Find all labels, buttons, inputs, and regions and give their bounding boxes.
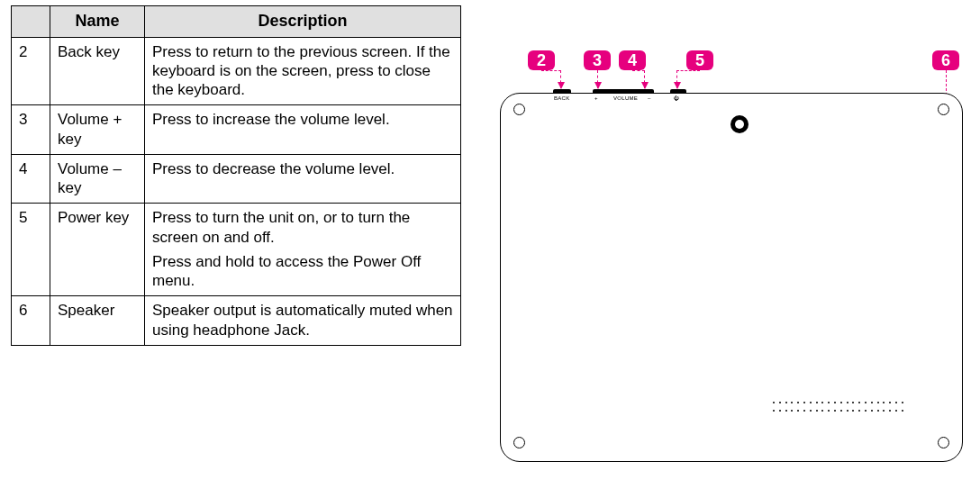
table-row: 6 Speaker Speaker output is automaticall… — [12, 296, 461, 346]
header-description: Description — [145, 6, 461, 38]
screw-hole-icon — [513, 104, 525, 115]
row-number: 2 — [12, 37, 50, 105]
table-row: 5 Power key Press to turn the unit on, o… — [12, 204, 461, 296]
row-name: Power key — [50, 204, 145, 296]
power-key-icon — [670, 89, 686, 94]
callout-2: 2 — [528, 50, 555, 70]
speaker-grill-icon — [773, 402, 903, 412]
edge-label-minus: – — [648, 95, 651, 101]
table-row: 2 Back key Press to return to the previo… — [12, 37, 461, 105]
callout-6: 6 — [932, 50, 959, 70]
callout-4: 4 — [619, 50, 646, 70]
device-diagram: 2 3 4 5 6 BACK + VOLUME – ⏻ — [500, 52, 968, 475]
table-row: 3 Volume + key Press to increase the vol… — [12, 105, 461, 155]
edge-label-power: ⏻ — [674, 95, 679, 101]
volume-rocker-icon — [593, 89, 654, 94]
row-number: 3 — [12, 105, 50, 155]
table-row: 4 Volume – key Press to decrease the vol… — [12, 154, 461, 204]
row-name: Speaker — [50, 296, 145, 346]
header-name: Name — [50, 6, 145, 38]
row-name: Volume + key — [50, 105, 145, 155]
leader-arrow — [597, 70, 598, 88]
row-desc: Press to return to the previous screen. … — [145, 37, 461, 105]
row-name: Volume – key — [50, 154, 145, 204]
leader-arrow — [644, 70, 645, 88]
edge-label-plus: + — [594, 95, 598, 101]
device-body: BACK + VOLUME – ⏻ — [500, 93, 963, 462]
row-number: 5 — [12, 204, 50, 296]
callout-5: 5 — [686, 50, 713, 70]
edge-label-back: BACK — [554, 95, 570, 101]
row-desc: Press to turn the unit on, or to turn th… — [145, 204, 461, 296]
screw-hole-icon — [938, 437, 949, 448]
leader-connector — [632, 70, 645, 71]
row-name: Back key — [50, 37, 145, 105]
header-blank — [12, 6, 50, 38]
back-key-icon — [553, 89, 571, 94]
leader-connector — [541, 70, 561, 71]
row-desc: Speaker output is automatically muted wh… — [145, 296, 461, 346]
screw-hole-icon — [513, 437, 525, 448]
leader-connector — [676, 70, 700, 71]
parts-table: Name Description 2 Back key Press to ret… — [11, 5, 461, 346]
row-number: 4 — [12, 154, 50, 204]
leader-arrow — [676, 70, 677, 88]
camera-icon — [730, 115, 749, 133]
leader-arrow — [560, 70, 561, 88]
screw-hole-icon — [938, 104, 949, 115]
edge-label-volume: VOLUME — [613, 95, 638, 101]
callout-3: 3 — [584, 50, 611, 70]
row-number: 6 — [12, 296, 50, 346]
row-desc: Press to increase the volume level. — [145, 105, 461, 155]
row-desc: Press to decrease the volume level. — [145, 154, 461, 204]
